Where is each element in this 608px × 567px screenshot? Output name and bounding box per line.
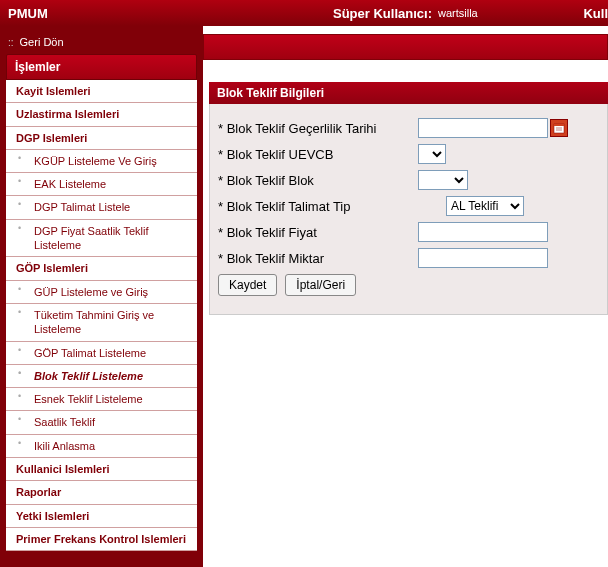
talimat-select[interactable]: AL Teklifi: [446, 196, 524, 216]
talimat-label: * Blok Teklif Talimat Tip: [218, 199, 418, 214]
miktar-label: * Blok Teklif Miktar: [218, 251, 418, 266]
miktar-input[interactable]: [418, 248, 548, 268]
uevcb-select[interactable]: [418, 144, 446, 164]
blok-label: * Blok Teklif Blok: [218, 173, 418, 188]
back-link[interactable]: Geri Dön: [6, 34, 197, 54]
sidebar-item[interactable]: Kayit Islemleri: [6, 80, 197, 103]
user-role-label: Süper Kullanıcı:: [333, 6, 432, 21]
calendar-icon[interactable]: [550, 119, 568, 137]
panel-body: * Blok Teklif Geçerlilik Tarihi * Blok T…: [209, 104, 608, 315]
sidebar-item[interactable]: Kullanici Islemleri: [6, 458, 197, 481]
sidebar-item[interactable]: DGP Fiyat Saatlik Teklif Listeleme: [6, 220, 197, 258]
sidebar-item[interactable]: GÜP Listeleme ve Giriş: [6, 281, 197, 304]
date-label: * Blok Teklif Geçerlilik Tarihi: [218, 121, 418, 136]
toolbar-strip: [203, 34, 608, 60]
sidebar-item[interactable]: DGP Talimat Listele: [6, 196, 197, 219]
panel-title: Blok Teklif Bilgileri: [209, 82, 608, 104]
content-area: Blok Teklif Bilgileri * Blok Teklif Geçe…: [203, 26, 608, 567]
sidebar-item[interactable]: DGP Islemleri: [6, 127, 197, 150]
date-input[interactable]: [418, 118, 548, 138]
sidebar-item[interactable]: Ikili Anlasma: [6, 435, 197, 458]
top-bar: PMUM Süper Kullanıcı: wartsilla Kull: [0, 0, 608, 26]
blok-select[interactable]: [418, 170, 468, 190]
fiyat-label: * Blok Teklif Fiyat: [218, 225, 418, 240]
uevcb-label: * Blok Teklif UEVCB: [218, 147, 418, 162]
sidebar-item[interactable]: GÖP Islemleri: [6, 257, 197, 280]
header-right-text: Kull: [583, 6, 608, 21]
menu-header: İşlemler: [6, 54, 197, 80]
save-button[interactable]: Kaydet: [218, 274, 277, 296]
sidebar-item[interactable]: GÖP Talimat Listeleme: [6, 342, 197, 365]
cancel-button[interactable]: İptal/Geri: [285, 274, 356, 296]
sidebar-item[interactable]: Raporlar: [6, 481, 197, 504]
sidebar-item[interactable]: KGÜP Listeleme Ve Giriş: [6, 150, 197, 173]
sidebar-item[interactable]: Esnek Teklif Listeleme: [6, 388, 197, 411]
sidebar: Geri Dön İşlemler Kayit IslemleriUzlasti…: [0, 26, 203, 567]
sidebar-item[interactable]: Primer Frekans Kontrol Islemleri: [6, 528, 197, 551]
sidebar-item[interactable]: Yetki Islemleri: [6, 505, 197, 528]
sidebar-item[interactable]: Tüketim Tahmini Giriş ve Listeleme: [6, 304, 197, 342]
fiyat-input[interactable]: [418, 222, 548, 242]
sidebar-item[interactable]: Blok Teklif Listeleme: [6, 365, 197, 388]
sidebar-item[interactable]: Saatlik Teklif: [6, 411, 197, 434]
app-name: PMUM: [0, 6, 203, 21]
svg-rect-1: [554, 124, 564, 126]
user-name: wartsilla: [438, 7, 478, 19]
sidebar-item[interactable]: EAK Listeleme: [6, 173, 197, 196]
sidebar-item[interactable]: Uzlastirma Islemleri: [6, 103, 197, 126]
